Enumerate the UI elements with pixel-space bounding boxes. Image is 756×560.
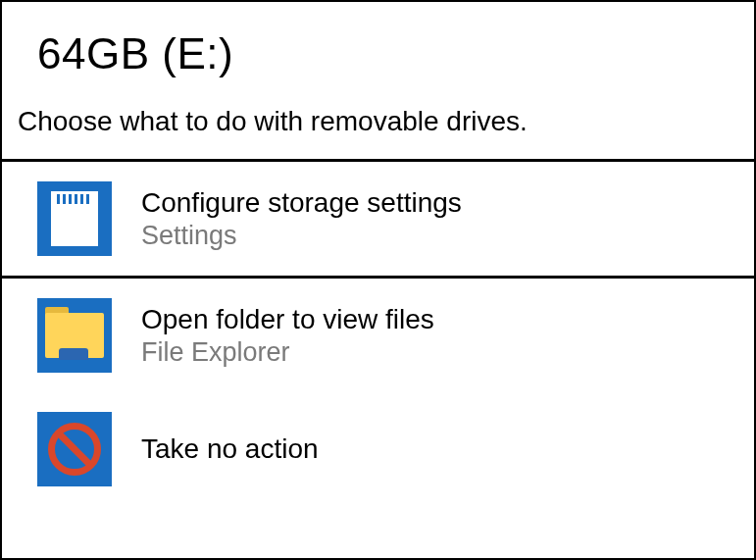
drive-title: 64GB (E:)	[37, 29, 719, 78]
folder-icon	[37, 298, 112, 373]
option-title: Configure storage settings	[141, 187, 462, 219]
no-action-icon	[37, 412, 112, 486]
option-title: Take no action	[141, 433, 319, 465]
option-text: Configure storage settings Settings	[141, 187, 462, 251]
option-sub: Settings	[141, 221, 462, 251]
dialog-header: 64GB (E:)	[2, 2, 754, 88]
option-title: Open folder to view files	[141, 304, 434, 335]
option-text: Take no action	[141, 433, 319, 465]
option-configure-storage[interactable]: Configure storage settings Settings	[2, 162, 754, 276]
option-open-folder[interactable]: Open folder to view files File Explorer	[2, 279, 754, 392]
option-take-no-action[interactable]: Take no action	[2, 392, 754, 506]
sd-card-icon	[37, 181, 112, 256]
autoplay-dialog: 64GB (E:) Choose what to do with removab…	[0, 0, 756, 560]
option-sub: File Explorer	[141, 337, 434, 368]
option-text: Open folder to view files File Explorer	[141, 304, 434, 368]
dialog-subtitle: Choose what to do with removable drives.	[2, 88, 754, 159]
